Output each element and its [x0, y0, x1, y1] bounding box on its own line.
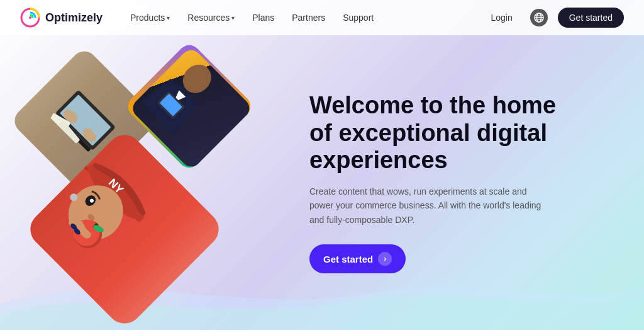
hero-get-started-button[interactable]: Get started › — [309, 244, 406, 273]
nav-partners[interactable]: Partners — [284, 9, 333, 26]
chevron-down-icon: ▾ — [167, 14, 170, 21]
main-content: NY — [0, 35, 644, 330]
language-selector[interactable] — [530, 9, 548, 26]
nav-plans[interactable]: Plans — [245, 9, 282, 26]
nav-support[interactable]: Support — [335, 9, 381, 26]
nav-links: Products ▾ Resources ▾ Plans Partners Su… — [123, 9, 483, 26]
brand-name: Optimizely — [45, 11, 103, 25]
login-button[interactable]: Login — [483, 9, 519, 26]
logo-icon — [20, 8, 40, 28]
chevron-down-icon: ▾ — [231, 14, 235, 21]
nav-products[interactable]: Products ▾ — [123, 9, 177, 26]
logo[interactable]: Optimizely — [20, 8, 103, 28]
hero-subtitle: Create content that wows, run experiment… — [309, 185, 548, 227]
nav-right: Login Get started — [483, 8, 624, 28]
globe-icon — [534, 13, 544, 23]
hero-content: Welcome to the home of exceptional digit… — [272, 92, 624, 273]
nav-get-started-button[interactable]: Get started — [558, 8, 624, 28]
svg-point-1 — [29, 16, 31, 19]
hero-images: NY — [20, 50, 272, 315]
nav-resources[interactable]: Resources ▾ — [180, 9, 242, 26]
navbar: Optimizely Products ▾ Resources ▾ Plans … — [0, 0, 644, 35]
hero-title: Welcome to the home of exceptional digit… — [309, 92, 574, 174]
arrow-icon: › — [378, 252, 392, 266]
